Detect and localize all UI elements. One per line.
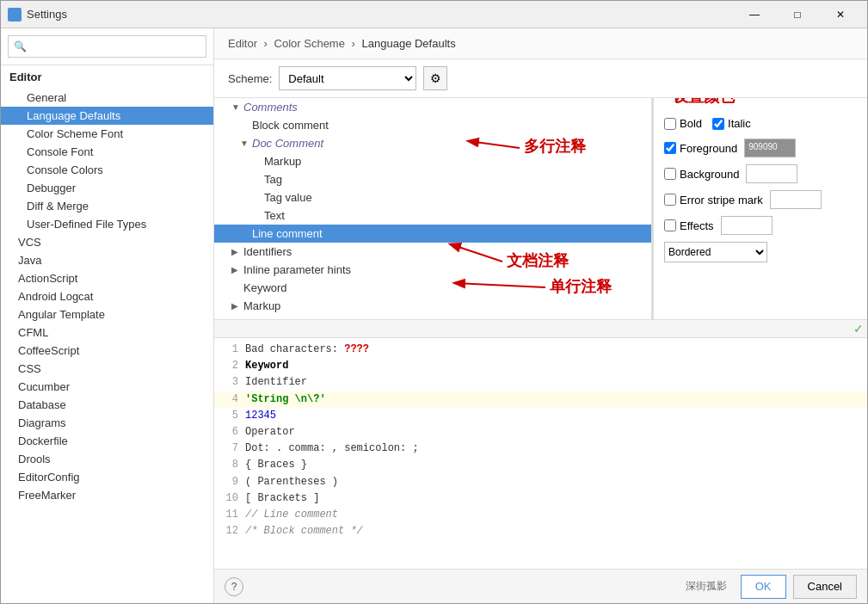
scheme-label: Scheme: bbox=[228, 72, 272, 85]
code-line-2: 2 Keyword bbox=[214, 358, 867, 374]
line-number: 8 bbox=[218, 457, 238, 473]
gear-button[interactable]: ⚙ bbox=[423, 66, 447, 90]
code-content: // Line comment bbox=[245, 507, 864, 523]
tree-item-keyword[interactable]: Keyword bbox=[214, 279, 651, 297]
editor-split: ▼ Comments Block comment ▼ Doc Comment bbox=[214, 98, 867, 569]
sidebar-item-vcs[interactable]: VCS bbox=[1, 233, 213, 251]
effects-row: Effects bbox=[664, 216, 857, 235]
line-number: 11 bbox=[218, 507, 238, 523]
sidebar-item-drools[interactable]: Drools bbox=[1, 450, 213, 468]
ok-button[interactable]: OK bbox=[741, 575, 786, 599]
tree-item-markup[interactable]: Markup bbox=[214, 152, 651, 170]
main-panel: Editor › Color Scheme › Language Default… bbox=[214, 28, 867, 603]
sidebar-item-android-logcat[interactable]: Android Logcat bbox=[1, 287, 213, 305]
tree-panel: ▼ Comments Block comment ▼ Doc Comment bbox=[214, 98, 652, 319]
code-content: Bad characters: ???? bbox=[245, 342, 864, 358]
sidebar-item-language-defaults[interactable]: Language Defaults bbox=[1, 107, 213, 125]
sidebar-item-color-scheme-font[interactable]: Color Scheme Font bbox=[1, 125, 213, 143]
code-content: Operator bbox=[245, 424, 864, 441]
sidebar-item-database[interactable]: Database bbox=[1, 396, 213, 414]
italic-checkbox[interactable] bbox=[712, 118, 724, 130]
code-content: { Braces } bbox=[245, 457, 864, 473]
effects-checkbox[interactable] bbox=[664, 219, 676, 231]
error-stripe-color-swatch[interactable] bbox=[770, 190, 822, 209]
foreground-color-swatch[interactable]: 909090 bbox=[744, 139, 796, 157]
tree-item-doc-comment[interactable]: ▼ Doc Comment bbox=[214, 134, 651, 152]
code-content: [ Brackets ] bbox=[245, 490, 864, 507]
tree-item-tag-value[interactable]: Tag value bbox=[214, 188, 651, 206]
sidebar-item-actionscript[interactable]: ActionScript bbox=[1, 269, 213, 287]
window-title: Settings bbox=[27, 8, 735, 21]
foreground-checkbox[interactable] bbox=[664, 142, 676, 154]
tree-label-keyword: Keyword bbox=[243, 281, 287, 294]
cancel-button[interactable]: Cancel bbox=[793, 575, 857, 599]
sidebar-item-cucumber[interactable]: Cucumber bbox=[1, 378, 213, 396]
italic-checkbox-label[interactable]: Italic bbox=[712, 117, 751, 130]
bold-checkbox-label[interactable]: Bold bbox=[664, 117, 702, 130]
line-number: 6 bbox=[218, 424, 238, 441]
sidebar-item-console-font[interactable]: Console Font bbox=[1, 143, 213, 161]
bold-checkbox[interactable] bbox=[664, 118, 676, 130]
effects-style-select[interactable]: Bordered bbox=[664, 242, 767, 262]
tree-item-block-comment[interactable]: Block comment bbox=[214, 116, 651, 134]
help-button[interactable]: ? bbox=[225, 577, 243, 596]
tree-item-text[interactable]: Text bbox=[214, 206, 651, 225]
maximize-button[interactable]: □ bbox=[778, 1, 817, 28]
tree-item-line-comment[interactable]: Line comment bbox=[214, 225, 651, 243]
string-text: 'String \n\?' bbox=[245, 393, 326, 405]
sidebar-item-debugger[interactable]: Debugger bbox=[1, 179, 213, 197]
bold-label: Bold bbox=[680, 117, 702, 130]
keyword-text: Keyword bbox=[245, 360, 288, 372]
braces-text: { Braces } bbox=[245, 459, 307, 471]
background-color-swatch[interactable] bbox=[746, 164, 797, 183]
sidebar-item-css[interactable]: CSS bbox=[1, 360, 213, 378]
checkmark-icon: ✓ bbox=[853, 322, 864, 336]
error-stripe-checkbox-label[interactable]: Error stripe mark bbox=[664, 194, 763, 206]
code-content: 'String \n\?' bbox=[245, 391, 864, 408]
arrow-icon: ▼ bbox=[231, 102, 240, 112]
parens-text: ( Parentheses ) bbox=[245, 476, 338, 488]
error-stripe-checkbox[interactable] bbox=[664, 194, 676, 206]
sidebar-item-console-colors[interactable]: Console Colors bbox=[1, 161, 213, 179]
breadcrumb-sep1: › bbox=[264, 37, 268, 50]
sidebar-item-diff-merge[interactable]: Diff & Merge bbox=[1, 197, 213, 215]
preview-panel: ✓ 1 Bad characters: ???? 2 Keyword 3 bbox=[214, 319, 867, 569]
tree-item-inline-hints[interactable]: ▶ Inline parameter hints bbox=[214, 261, 651, 279]
sidebar-item-dockerfile[interactable]: Dockerfile bbox=[1, 432, 213, 450]
arrow-icon: ▶ bbox=[231, 265, 240, 274]
scheme-select[interactable]: Default bbox=[279, 66, 416, 90]
sidebar-item-cfml[interactable]: CFML bbox=[1, 324, 213, 342]
breadcrumb-editor: Editor bbox=[228, 37, 257, 50]
code-line-7: 7 Dot: . comma: , semicolon: ; bbox=[214, 441, 867, 457]
tree-item-comments[interactable]: ▼ Comments bbox=[214, 98, 651, 116]
tree-item-markup2[interactable]: ▶ Markup bbox=[214, 297, 651, 315]
line-comment-text: // Line comment bbox=[245, 508, 338, 521]
sidebar-item-diagrams[interactable]: Diagrams bbox=[1, 414, 213, 432]
background-checkbox-label[interactable]: Background bbox=[664, 168, 739, 181]
close-button[interactable]: ✕ bbox=[821, 1, 860, 28]
sidebar-item-editorconfig[interactable]: EditorConfig bbox=[1, 468, 213, 486]
code-line-10: 10 [ Brackets ] bbox=[214, 490, 867, 507]
sidebar-item-freemarker[interactable]: FreeMarker bbox=[1, 486, 213, 504]
sidebar-item-user-defined[interactable]: User-Defined File Types bbox=[1, 215, 213, 233]
code-content: /* Block comment */ bbox=[245, 523, 864, 539]
search-input[interactable] bbox=[8, 35, 206, 58]
minimize-button[interactable]: — bbox=[735, 1, 774, 28]
sidebar-item-angular-template[interactable]: Angular Template bbox=[1, 305, 213, 324]
sidebar-item-general[interactable]: General bbox=[1, 89, 213, 107]
background-checkbox[interactable] bbox=[664, 168, 676, 180]
foreground-checkbox-label[interactable]: Foreground bbox=[664, 142, 737, 155]
tree-item-tag[interactable]: Tag bbox=[214, 170, 651, 188]
block-comment-text: /* Block comment */ bbox=[245, 525, 363, 537]
bottom-bar: ? 深街孤影 OK Cancel bbox=[214, 569, 867, 603]
effects-checkbox-label[interactable]: Effects bbox=[664, 219, 714, 232]
tree-label-tag: Tag bbox=[264, 173, 282, 186]
tree-item-identifiers[interactable]: ▶ Identifiers bbox=[214, 243, 651, 261]
effects-color-swatch[interactable] bbox=[721, 216, 773, 235]
sidebar-section-editor: Editor bbox=[1, 65, 213, 89]
background-label: Background bbox=[680, 168, 739, 181]
sidebar-item-java[interactable]: Java bbox=[1, 251, 213, 269]
line-number: 2 bbox=[218, 358, 238, 374]
code-line-5: 5 12345 bbox=[214, 408, 867, 424]
sidebar-item-coffeescript[interactable]: CoffeeScript bbox=[1, 342, 213, 360]
